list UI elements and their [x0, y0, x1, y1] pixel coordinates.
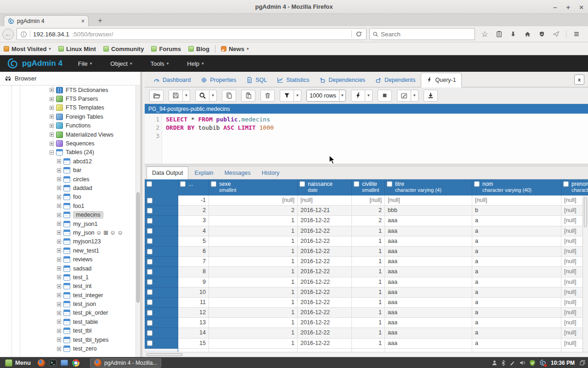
- expand-icon[interactable]: +: [57, 338, 61, 342]
- row-limit-select[interactable]: 1000 rows ▼: [306, 90, 346, 102]
- column-header-naissance[interactable]: naissancedate: [298, 179, 352, 196]
- expand-icon[interactable]: +: [57, 222, 61, 226]
- row-checkbox[interactable]: [147, 208, 153, 213]
- cell[interactable]: aaa: [385, 308, 472, 318]
- cell[interactable]: aaa: [385, 298, 472, 308]
- tree-item-test-tbl-types[interactable]: +test_tbl_types: [0, 335, 136, 344]
- cell[interactable]: 2016-12-22: [298, 216, 352, 226]
- bookmark-linux-mint[interactable]: Linux Mint: [58, 46, 96, 52]
- expand-icon[interactable]: +: [57, 204, 61, 208]
- cell[interactable]: [null]: [298, 196, 352, 206]
- row-select-cell[interactable]: [145, 267, 178, 277]
- tab-dashboard[interactable]: Dashboard: [148, 73, 196, 87]
- sidebar-scrollbar[interactable]: [136, 86, 140, 357]
- cell[interactable]: 1: [352, 257, 385, 267]
- execute-query-button[interactable]: [351, 90, 365, 102]
- cell[interactable]: 8: [178, 267, 209, 277]
- cell[interactable]: [null]: [352, 196, 385, 206]
- row-checkbox[interactable]: [147, 259, 153, 264]
- column-header-sexe[interactable]: sexesmallint: [209, 179, 298, 196]
- cell[interactable]: 12: [178, 308, 209, 318]
- output-tab-explain[interactable]: Explain: [189, 167, 218, 179]
- expand-icon[interactable]: +: [57, 320, 61, 324]
- tree-item-test-integer[interactable]: +test_integer: [0, 291, 136, 299]
- expand-icon[interactable]: +: [57, 258, 61, 262]
- minimize-button[interactable]: –: [553, 4, 557, 11]
- cell[interactable]: 1: [352, 288, 385, 298]
- cell[interactable]: aaa: [385, 288, 472, 298]
- cell[interactable]: 1: [209, 216, 298, 226]
- cell[interactable]: a: [472, 288, 561, 298]
- tree-item-foo1[interactable]: +foo1: [0, 201, 136, 210]
- cell[interactable]: 2016-12-22: [298, 308, 352, 318]
- bookmark-forums[interactable]: Forums: [151, 46, 181, 52]
- cell[interactable]: 2: [209, 206, 298, 216]
- expand-icon[interactable]: +: [57, 177, 61, 181]
- cell[interactable]: 1: [209, 308, 298, 318]
- grid-horizontal-scrollbar[interactable]: [145, 352, 588, 357]
- cell[interactable]: aaa: [385, 226, 472, 236]
- cell[interactable]: 1: [209, 339, 298, 349]
- cell[interactable]: 2016-12-22: [298, 318, 352, 328]
- tree-item-sadsad[interactable]: +sadsad: [0, 264, 136, 273]
- search-input[interactable]: [381, 31, 472, 38]
- select-all-checkbox[interactable]: [147, 181, 152, 187]
- search-bar[interactable]: [369, 28, 475, 40]
- shield-icon[interactable]: [537, 30, 546, 38]
- home-icon[interactable]: [523, 30, 531, 38]
- expand-icon[interactable]: +: [50, 124, 54, 128]
- row-checkbox[interactable]: [147, 289, 153, 295]
- update-shield-tray-icon[interactable]: [529, 360, 536, 366]
- stop-button[interactable]: [378, 90, 392, 102]
- chrome-launcher-icon[interactable]: [72, 359, 79, 367]
- menu-object[interactable]: Object▾: [110, 60, 132, 67]
- row-checkbox[interactable]: [147, 238, 153, 244]
- cell[interactable]: 2016-12-22: [298, 267, 352, 277]
- collapse-icon[interactable]: −: [50, 150, 54, 155]
- download-button[interactable]: [424, 90, 438, 102]
- url-bar[interactable]: 192.168.34.1:5050/browser/: [17, 28, 367, 40]
- cell[interactable]: aaa: [385, 247, 472, 257]
- cell[interactable]: a: [472, 257, 561, 267]
- expand-icon[interactable]: +: [50, 132, 54, 137]
- column-header-titre[interactable]: titrecharacter varying (4): [385, 179, 472, 196]
- column-header-[interactable]: ...: [178, 179, 209, 196]
- cell[interactable]: [null]: [472, 196, 561, 206]
- row-select-cell[interactable]: [145, 339, 178, 349]
- expand-icon[interactable]: +: [50, 142, 54, 146]
- tab-properties[interactable]: Properties: [196, 73, 241, 87]
- cell[interactable]: 6: [178, 247, 209, 257]
- tree-item-fts-templates[interactable]: +FTS Templates: [0, 104, 136, 112]
- expand-icon[interactable]: +: [57, 248, 61, 253]
- cell[interactable]: 14: [178, 328, 209, 338]
- grid-vscroll-thumb[interactable]: [584, 197, 587, 227]
- cell[interactable]: 1: [352, 308, 385, 318]
- cell[interactable]: [null]: [209, 196, 298, 206]
- cell[interactable]: a: [472, 308, 561, 318]
- expand-icon[interactable]: +: [57, 266, 61, 270]
- mint-menu-button[interactable]: Menu: [2, 358, 34, 368]
- new-tab-button[interactable]: +: [94, 16, 106, 25]
- menu-hamburger-icon[interactable]: [572, 30, 581, 38]
- cell[interactable]: 10: [178, 288, 209, 298]
- column-checkbox[interactable]: [387, 181, 392, 187]
- tree-item-materialized-views[interactable]: +Materialized Views: [0, 130, 136, 139]
- row-checkbox[interactable]: [147, 310, 153, 316]
- row-checkbox[interactable]: [147, 249, 153, 254]
- cell[interactable]: 1: [209, 226, 298, 236]
- row-select-cell[interactable]: [145, 288, 178, 298]
- cell[interactable]: 15: [178, 339, 209, 349]
- grid-hscroll-thumb[interactable]: [146, 353, 183, 356]
- cell[interactable]: 4: [178, 226, 209, 236]
- find-dropdown-caret[interactable]: ▼: [209, 90, 217, 102]
- filter-dropdown-caret[interactable]: ▼: [294, 90, 301, 102]
- menu-file[interactable]: File▾: [78, 60, 92, 67]
- copy-button[interactable]: [222, 90, 236, 102]
- tree-item-new-test1[interactable]: +new_test1: [0, 246, 136, 255]
- tree-item-fts-dictionaries[interactable]: +FTS Dictionaries: [0, 86, 136, 94]
- reload-icon[interactable]: [355, 30, 363, 38]
- pgadmin-tray-icon[interactable]: [539, 359, 546, 366]
- bookmark-star-icon[interactable]: ☆: [481, 30, 489, 38]
- cell[interactable]: 1: [352, 267, 385, 277]
- edit-button[interactable]: [397, 90, 411, 102]
